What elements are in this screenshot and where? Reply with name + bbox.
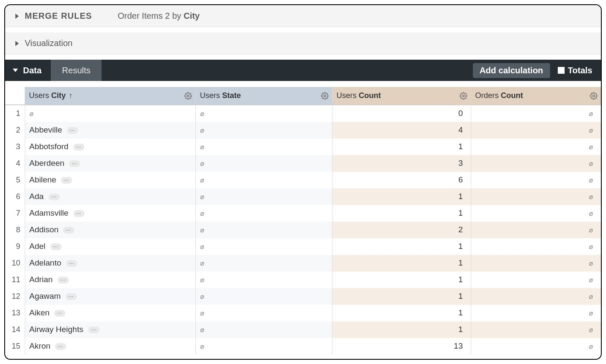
cell-users-city[interactable]: Aberdeen ⋯ (25, 155, 195, 172)
cell-orders-count[interactable]: ⌀ (471, 105, 601, 122)
cell-users-state[interactable]: ⌀ (195, 255, 332, 272)
cell-users-city[interactable]: Airway Heights ⋯ (25, 321, 195, 338)
table-row: 12Agawam ⋯⌀1⌀ (5, 288, 601, 305)
null-indicator: ⌀ (200, 276, 204, 283)
more-pill[interactable]: ⋯ (55, 343, 66, 350)
cell-orders-count[interactable]: ⌀ (471, 321, 601, 338)
cell-orders-count[interactable]: ⌀ (471, 272, 601, 288)
visualization-panel-header[interactable]: Visualization (5, 32, 601, 55)
cell-users-count[interactable]: 1 (332, 238, 471, 255)
cell-orders-count[interactable]: ⌀ (471, 155, 601, 172)
more-pill[interactable]: ⋯ (50, 243, 61, 250)
cell-orders-count[interactable]: ⌀ (471, 255, 601, 272)
cell-orders-count[interactable]: ⌀ (471, 305, 601, 321)
cell-users-state[interactable]: ⌀ (195, 222, 332, 238)
more-pill[interactable]: ⋯ (88, 326, 99, 333)
more-pill[interactable]: ⋯ (63, 227, 74, 234)
cell-text: Adrian (29, 275, 53, 284)
null-indicator: ⌀ (589, 127, 593, 134)
cell-orders-count[interactable]: ⌀ (471, 338, 601, 355)
cell-users-city[interactable]: Aiken ⋯ (25, 305, 195, 321)
cell-users-city[interactable]: Adelanto ⋯ (25, 255, 195, 272)
more-pill[interactable]: ⋯ (58, 277, 69, 283)
more-pill[interactable]: ⋯ (67, 127, 78, 134)
cell-orders-count[interactable]: ⌀ (471, 188, 601, 205)
cell-orders-count[interactable]: ⌀ (471, 172, 601, 188)
cell-users-city[interactable]: ⌀ (25, 105, 195, 122)
cell-orders-count[interactable]: ⌀ (471, 222, 601, 238)
row-number: 14 (5, 321, 25, 338)
cell-users-city[interactable]: Adel ⋯ (25, 238, 195, 255)
cell-users-city[interactable]: Akron ⋯ (25, 338, 195, 355)
cell-users-state[interactable]: ⌀ (195, 105, 332, 122)
column-header-orders-count[interactable]: Orders Count (471, 87, 601, 105)
cell-orders-count[interactable]: ⌀ (471, 205, 601, 222)
cell-users-count[interactable]: 0 (332, 105, 471, 122)
gear-icon[interactable] (184, 92, 192, 100)
results-tab[interactable]: Results (51, 60, 102, 81)
more-pill[interactable]: ⋯ (66, 293, 77, 300)
cell-users-state[interactable]: ⌀ (195, 139, 332, 155)
more-pill[interactable]: ⋯ (54, 310, 65, 317)
cell-users-city[interactable]: Addison ⋯ (25, 222, 195, 238)
cell-users-city[interactable]: Adrian ⋯ (25, 272, 195, 288)
cell-users-state[interactable]: ⌀ (195, 172, 332, 188)
sort-asc-icon: ↑ (69, 91, 73, 100)
cell-users-city[interactable]: Abbeville ⋯ (25, 122, 195, 139)
gear-icon[interactable] (321, 92, 329, 100)
null-indicator: ⌀ (589, 176, 593, 184)
null-indicator: ⌀ (589, 210, 593, 217)
cell-users-city[interactable]: Ada ⋯ (25, 188, 195, 205)
cell-orders-count[interactable]: ⌀ (471, 122, 601, 139)
row-number: 15 (5, 338, 25, 355)
cell-users-city[interactable]: Abbotsford ⋯ (25, 139, 195, 155)
totals-toggle[interactable]: Totals (558, 66, 592, 75)
cell-users-state[interactable]: ⌀ (195, 305, 332, 321)
cell-users-city[interactable]: Agawam ⋯ (25, 288, 195, 305)
cell-orders-count[interactable]: ⌀ (471, 288, 601, 305)
more-pill[interactable]: ⋯ (73, 144, 84, 150)
cell-users-state[interactable]: ⌀ (195, 272, 332, 288)
merge-rules-panel-header[interactable]: MERGE RULES Order Items 2 by City (5, 5, 601, 27)
totals-checkbox[interactable] (558, 67, 565, 74)
cell-users-count[interactable]: 1 (332, 188, 471, 205)
cell-users-count[interactable]: 1 (332, 288, 471, 305)
cell-users-count[interactable]: 6 (332, 172, 471, 188)
more-pill[interactable]: ⋯ (66, 260, 77, 267)
cell-users-city[interactable]: Abilene ⋯ (25, 172, 195, 188)
cell-users-count[interactable]: 2 (332, 222, 471, 238)
column-header-users-city[interactable]: Users City ↑ (25, 87, 195, 105)
cell-users-state[interactable]: ⌀ (195, 122, 332, 139)
cell-users-state[interactable]: ⌀ (195, 155, 332, 172)
cell-text: Abbotsford (29, 142, 69, 151)
cell-users-count[interactable]: 1 (332, 255, 471, 272)
cell-users-state[interactable]: ⌀ (195, 205, 332, 222)
add-calculation-button[interactable]: Add calculation (473, 63, 550, 78)
data-tab[interactable]: Data (5, 60, 51, 81)
cell-users-state[interactable]: ⌀ (195, 288, 332, 305)
cell-users-count[interactable]: 1 (332, 321, 471, 338)
more-pill[interactable]: ⋯ (49, 194, 60, 200)
column-header-users-count[interactable]: Users Count (332, 87, 471, 105)
cell-users-state[interactable]: ⌀ (195, 188, 332, 205)
more-pill[interactable]: ⋯ (73, 210, 84, 217)
cell-orders-count[interactable]: ⌀ (471, 238, 601, 255)
cell-users-count[interactable]: 4 (332, 122, 471, 139)
cell-users-count[interactable]: 1 (332, 139, 471, 155)
cell-users-state[interactable]: ⌀ (195, 321, 332, 338)
cell-users-count[interactable]: 1 (332, 305, 471, 321)
more-pill[interactable]: ⋯ (61, 177, 72, 184)
cell-users-state[interactable]: ⌀ (195, 338, 332, 355)
column-header-users-state[interactable]: Users State (195, 87, 332, 105)
cell-users-state[interactable]: ⌀ (195, 238, 332, 255)
cell-orders-count[interactable]: ⌀ (471, 139, 601, 155)
gear-icon[interactable] (590, 92, 597, 100)
cell-users-count[interactable]: 1 (332, 205, 471, 222)
cell-users-count[interactable]: 13 (332, 338, 471, 355)
cell-users-count[interactable]: 3 (332, 155, 471, 172)
row-number: 2 (5, 122, 25, 139)
cell-users-city[interactable]: Adamsville ⋯ (25, 205, 195, 222)
cell-users-count[interactable]: 1 (332, 272, 471, 288)
gear-icon[interactable] (460, 92, 467, 100)
more-pill[interactable]: ⋯ (69, 160, 80, 167)
